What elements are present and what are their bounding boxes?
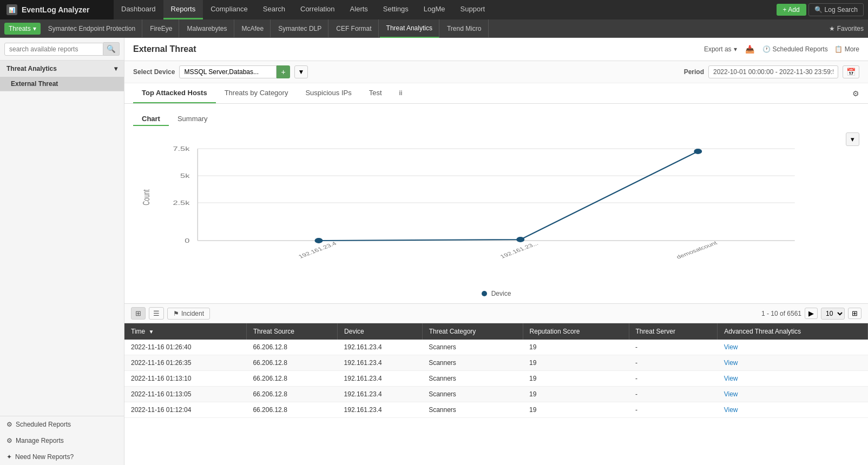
device-add-button[interactable]: +	[277, 65, 290, 78]
svg-point-12	[516, 237, 524, 242]
chart-dropdown-button[interactable]: ▾	[846, 132, 859, 146]
period-input[interactable]	[708, 65, 838, 78]
sidebar-section-header[interactable]: Threat Analytics ▾	[0, 61, 124, 77]
sidebar-need-new-reports[interactable]: ✦ Need New Reports?	[0, 449, 124, 465]
subnav-symantec-dlp[interactable]: Symantec DLP	[272, 19, 328, 38]
cell-server: -	[629, 387, 718, 402]
svg-text:demosatcount: demosatcount	[675, 240, 719, 260]
add-button[interactable]: + Add	[777, 4, 806, 16]
cell-reputation: 19	[523, 340, 629, 355]
incident-button[interactable]: ⚑ Incident	[167, 308, 210, 320]
nav-search[interactable]: Search	[255, 0, 293, 19]
cell-server: -	[629, 371, 718, 387]
cell-analytics[interactable]: View	[718, 387, 868, 402]
cell-time: 2022-11-16 01:13:10	[124, 371, 246, 387]
col-header-device[interactable]: Device	[338, 323, 423, 340]
nav-correlation[interactable]: Correlation	[293, 0, 343, 19]
table-grid-view-button[interactable]: ⊞	[131, 307, 146, 320]
table-row: 2022-11-16 01:12:04 66.206.12.8 192.161.…	[124, 402, 868, 418]
export-button[interactable]: Export as ▾	[704, 45, 737, 53]
subnav-cef-format[interactable]: CEF Format	[330, 19, 378, 38]
svg-text:Count: Count	[141, 189, 152, 205]
sidebar-manage-reports[interactable]: ⚙ Manage Reports	[0, 433, 124, 449]
col-header-reputation-score[interactable]: Reputation Score	[523, 323, 629, 340]
tab-top-attacked-hosts[interactable]: Top Attacked Hosts	[133, 83, 216, 103]
subnav-mcafee[interactable]: McAfee	[235, 19, 271, 38]
next-page-button[interactable]: ▶	[805, 308, 818, 319]
cell-reputation: 19	[523, 402, 629, 418]
cell-category: Scanners	[422, 387, 523, 402]
sort-arrow-icon: ▼	[149, 329, 154, 335]
tab-test[interactable]: Test	[360, 83, 391, 103]
page-size-select[interactable]: 10 25 50	[821, 308, 845, 320]
cell-analytics[interactable]: View	[718, 371, 868, 387]
search-input[interactable]	[4, 43, 103, 56]
cell-analytics[interactable]: View	[718, 402, 868, 418]
table-list-view-button[interactable]: ☰	[149, 307, 164, 320]
sidebar-scheduled-reports[interactable]: ⚙ Scheduled Reports	[0, 416, 124, 433]
calendar-button[interactable]: 📅	[843, 65, 859, 78]
tab-suspicious-ips[interactable]: Suspicious IPs	[297, 83, 360, 103]
page-title: External Threat	[133, 44, 196, 54]
col-header-advanced-threat[interactable]: Advanced Threat Analytics	[718, 323, 868, 340]
subnav-fireeye[interactable]: FireEye	[143, 19, 179, 38]
gear-icon: ⚙	[6, 421, 12, 428]
search-icon: 🔍	[814, 6, 823, 14]
subnav-malwarebytes[interactable]: Malwarebytes	[180, 19, 234, 38]
col-header-threat-server[interactable]: Threat Server	[629, 323, 718, 340]
chart-tab-summary[interactable]: Summary	[169, 112, 216, 126]
col-header-threat-category[interactable]: Threat Category	[422, 323, 523, 340]
chevron-down-icon: ▾	[33, 25, 36, 32]
cell-category: Scanners	[422, 371, 523, 387]
clock-icon: 🕐	[762, 45, 771, 53]
nav-support[interactable]: Support	[453, 0, 493, 19]
table-pagination: 1 - 10 of 6561 ▶ 10 25 50 ⊞	[761, 308, 862, 320]
cell-device: 192.161.23.4	[338, 402, 423, 418]
cell-threat-source: 66.206.12.8	[246, 387, 337, 402]
favorites-button[interactable]: ★ Favorites	[829, 25, 864, 32]
cell-threat-source: 66.206.12.8	[246, 355, 337, 371]
cell-category: Scanners	[422, 340, 523, 355]
chart-tab-chart[interactable]: Chart	[133, 112, 169, 126]
filter-bar: Select Device + ▼ Period 📅	[124, 61, 868, 83]
nav-compliance[interactable]: Compliance	[203, 0, 255, 19]
star-icon: ★	[829, 25, 835, 32]
sidebar-item-external-threat[interactable]: External Threat	[0, 77, 124, 91]
log-search-button[interactable]: 🔍 Log Search	[808, 3, 864, 16]
chart-area: Chart Summary ▾ 7.5k 5	[124, 104, 868, 304]
cell-analytics[interactable]: View	[718, 340, 868, 355]
nav-settings[interactable]: Settings	[376, 0, 416, 19]
cell-device: 192.161.23.4	[338, 387, 423, 402]
col-header-threat-source[interactable]: Threat Source	[246, 323, 337, 340]
tab-settings-icon[interactable]: ⚙	[852, 89, 859, 98]
threats-dropdown[interactable]: Threats ▾	[4, 23, 41, 35]
sidebar-search-button[interactable]: 🔍	[103, 42, 120, 56]
chart-container: ▾ 7.5k 5k 2.5k 0 Count	[133, 132, 859, 295]
cell-analytics[interactable]: View	[718, 355, 868, 371]
table-area: ⊞ ☰ ⚑ Incident 1 - 10 of 6561 ▶ 10 25 50…	[124, 304, 868, 418]
period-label: Period	[684, 68, 704, 76]
more-button[interactable]: 📋 More	[834, 45, 859, 53]
nav-dashboard[interactable]: Dashboard	[114, 0, 163, 19]
tab-ii[interactable]: ii	[391, 83, 411, 103]
chevron-down-icon: ▾	[851, 135, 854, 143]
subnav-trend-micro[interactable]: Trend Micro	[440, 19, 489, 38]
scheduled-reports-button[interactable]: 🕐 Scheduled Reports	[762, 45, 828, 53]
cell-device: 192.161.23.4	[338, 371, 423, 387]
subnav-threat-analytics[interactable]: Threat Analytics	[380, 19, 439, 38]
select-device-label: Select Device	[133, 68, 175, 76]
device-input[interactable]	[179, 65, 277, 78]
cell-time: 2022-11-16 01:26:40	[124, 340, 246, 355]
cell-category: Scanners	[422, 355, 523, 371]
column-config-button[interactable]: ⊞	[848, 308, 862, 319]
nav-reports[interactable]: Reports	[163, 0, 203, 19]
cell-reputation: 19	[523, 355, 629, 371]
subnav-symantec-ep[interactable]: Symantec Endpoint Protection	[42, 19, 142, 38]
nav-alerts[interactable]: Alerts	[343, 0, 376, 19]
cell-threat-source: 66.206.12.8	[246, 340, 337, 355]
nav-logme[interactable]: LogMe	[416, 0, 453, 19]
col-header-time[interactable]: Time ▼	[124, 323, 246, 340]
download-icon-button[interactable]: 📥	[744, 43, 756, 55]
filter-button[interactable]: ▼	[294, 65, 308, 78]
tab-threats-by-category[interactable]: Threats by Category	[216, 83, 297, 103]
